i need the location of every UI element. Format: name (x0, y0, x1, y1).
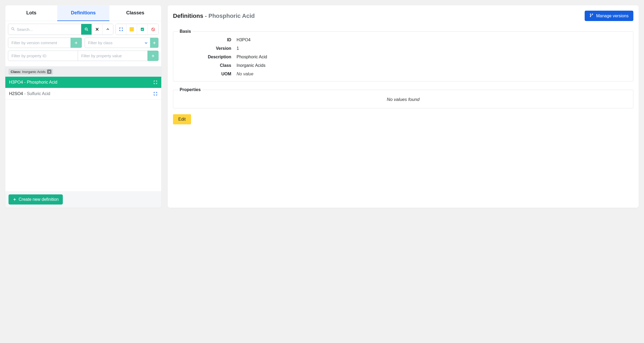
right-panel: Definitions - Phosphoric Acid Manage ver… (168, 5, 639, 208)
properties-fieldset: Properties No values found (173, 87, 633, 108)
add-property-filter-button[interactable] (147, 51, 159, 61)
chip-label: Class: (11, 70, 21, 74)
svg-line-8 (152, 28, 154, 30)
edit-button[interactable]: Edit (173, 114, 191, 124)
active-filters-bar: Class: Inorganic Acids (5, 67, 161, 77)
properties-legend: Properties (178, 87, 202, 92)
list-item[interactable]: H2SO4 - Sulfuric Acid (5, 88, 161, 100)
expand-icon[interactable] (153, 80, 158, 84)
field-label: Version (178, 46, 237, 51)
branch-icon (589, 13, 593, 18)
create-definition-label: Create new definition (19, 197, 59, 202)
filter-approved-icon[interactable] (137, 24, 148, 35)
chip-remove-button[interactable] (47, 70, 51, 74)
expand-icon[interactable] (153, 92, 158, 96)
manage-versions-label: Manage versions (596, 14, 629, 18)
basis-fieldset: Basis IDH3PO4 Version1 DescriptionPhosph… (173, 29, 633, 81)
tabs: Lots Definitions Classes (5, 5, 161, 21)
svg-point-21 (590, 16, 591, 17)
class-chevron-down-icon[interactable] (142, 38, 150, 48)
filter-expand-icon[interactable] (116, 24, 126, 35)
filter-rejected-icon[interactable] (148, 24, 158, 35)
tab-definitions[interactable]: Definitions (57, 5, 109, 21)
collapse-button[interactable] (102, 24, 113, 35)
field-value: H3PO4 (237, 38, 628, 42)
svg-rect-6 (141, 28, 144, 31)
properties-empty-text: No values found (178, 96, 628, 103)
toolbar (5, 21, 161, 67)
field-label: ID (178, 38, 237, 42)
search-button[interactable] (81, 24, 92, 35)
tab-classes[interactable]: Classes (109, 5, 161, 21)
search-icon (11, 27, 17, 32)
filter-draft-icon[interactable] (126, 24, 137, 35)
svg-line-3 (87, 30, 88, 31)
page-title: Definitions - Phosphoric Acid (173, 13, 255, 19)
list-item[interactable]: H3PO4 - Phosphoric Acid (5, 77, 161, 88)
field-value: 1 (237, 46, 628, 51)
field-label: UOM (178, 72, 237, 76)
tab-lots[interactable]: Lots (5, 5, 57, 21)
svg-point-0 (12, 27, 14, 30)
filter-chip-class: Class: Inorganic Acids (9, 69, 53, 75)
filter-class-select[interactable] (85, 38, 142, 48)
field-value: Inorganic Acids (237, 63, 628, 68)
basis-legend: Basis (178, 29, 193, 34)
filter-property-value-input[interactable] (78, 51, 147, 61)
svg-point-20 (592, 14, 593, 15)
left-footer: Create new definition (5, 191, 161, 208)
filter-property-id-input[interactable] (8, 51, 78, 61)
clear-search-button[interactable] (92, 24, 102, 35)
svg-point-19 (590, 14, 591, 15)
svg-line-1 (14, 29, 15, 30)
search-input[interactable] (17, 24, 79, 34)
filter-version-comment-input[interactable] (8, 38, 71, 48)
svg-point-2 (85, 28, 87, 30)
field-label: Description (178, 55, 237, 59)
field-value: No value (237, 72, 628, 76)
list-item-text: H2SO4 - Sulfuric Acid (9, 91, 50, 96)
chip-value: Inorganic Acids (22, 70, 46, 74)
create-definition-button[interactable]: Create new definition (9, 194, 63, 205)
manage-versions-button[interactable]: Manage versions (585, 11, 633, 21)
field-value: Phosphoric Acid (237, 55, 628, 59)
left-panel: Lots Definitions Classes (5, 5, 161, 208)
definition-list: H3PO4 - Phosphoric Acid H2SO4 - Sulfuric… (5, 77, 161, 191)
field-label: Class (178, 63, 237, 68)
list-item-text: H3PO4 - Phosphoric Acid (9, 80, 57, 85)
add-version-comment-filter-button[interactable] (71, 38, 82, 48)
add-class-filter-button[interactable] (150, 38, 158, 48)
